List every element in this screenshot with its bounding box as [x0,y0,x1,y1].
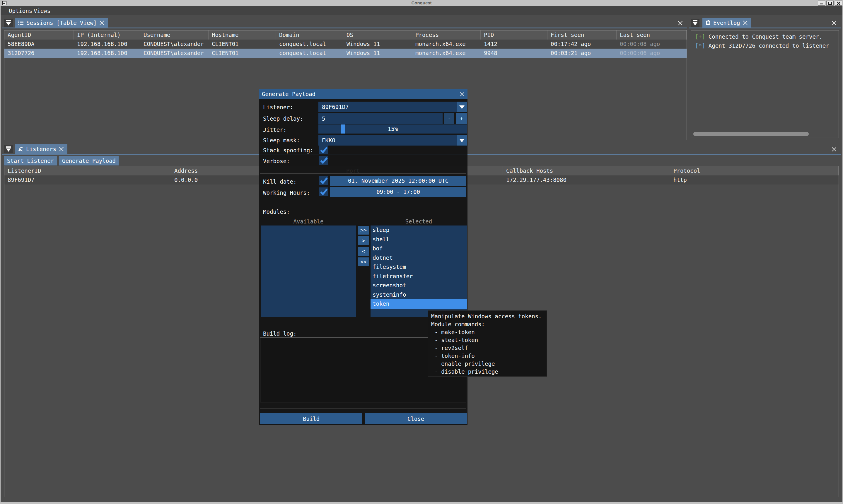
check-icon [319,155,329,166]
dialog-close-icon[interactable] [460,92,465,97]
tab-listeners[interactable]: Listeners [15,144,67,154]
sleep-delay-decrement-button[interactable]: - [444,113,454,124]
selected-modules-list[interactable]: sleepshellbofdotnetfilesystemfiletransfe… [371,226,467,317]
column-header[interactable]: Username [140,31,209,39]
column-header[interactable]: AgentID [4,31,74,39]
window-titlebar[interactable]: Conquest [0,0,843,6]
menu-views[interactable]: Views [33,7,51,14]
sleep-delay-value: 5 [322,115,325,122]
stack-spoofing-checkbox[interactable] [319,146,328,154]
eventlog-collapse-button[interactable] [691,19,699,26]
move-right-button[interactable]: > [358,236,369,245]
tab-listeners-close-icon[interactable] [59,146,64,151]
close-icon [837,1,841,5]
table-row[interactable]: 312D7726192.168.168.100CONQUEST\alexande… [4,49,686,58]
tooltip-line: - disable-privilege [431,368,546,376]
module-item[interactable]: token [371,299,467,309]
listener-combobox[interactable]: 89F691D7 [318,102,467,112]
menu-options[interactable]: Options [8,7,33,14]
tab-eventlog[interactable]: Eventlog [702,18,751,28]
tab-sessions[interactable]: Sessions [Table View] [15,18,108,28]
separator [260,173,466,174]
eventlog-panel: Eventlog [+] Connected to Conquest team … [689,17,841,140]
column-header[interactable]: IP (Internal) [74,31,140,39]
module-item[interactable]: systeminfo [371,290,467,300]
eventlog-line: [+] Connected to Conquest team server. [691,32,839,41]
column-header[interactable]: Hostname [209,31,276,39]
move-left-button[interactable]: < [358,247,369,256]
jitter-slider[interactable]: 15% [318,124,467,133]
sleep-mask-combobox[interactable]: EKKO [318,135,467,146]
verbose-checkbox[interactable] [319,156,328,165]
move-all-left-button[interactable]: << [358,257,369,266]
sessions-tab-underline [2,28,687,29]
chevron-down-icon[interactable] [456,102,467,112]
table-cell: monarch.x64.exe [412,39,481,49]
column-header[interactable]: ListenerID [4,166,171,176]
maximize-button[interactable] [826,1,833,5]
move-all-right-button[interactable]: >> [358,226,369,235]
minimize-button[interactable] [818,1,825,5]
tab-sessions-close-icon[interactable] [99,20,104,25]
table-cell: 312D7726 [4,49,74,58]
column-header[interactable]: Callback Hosts [503,166,670,176]
maximize-icon [828,2,832,5]
listener-value: 89F691D7 [322,104,349,110]
listeners-panel-close-icon[interactable] [831,147,837,152]
module-item[interactable]: dotnet [371,253,467,263]
table-header-row: AgentIDIP (Internal)UsernameHostnameDoma… [4,31,686,39]
table-cell: 9948 [481,49,548,58]
table-list-icon [18,20,24,25]
clipboard-icon [706,20,711,25]
sessions-panel-close-icon[interactable] [678,20,683,25]
kill-date-field[interactable]: 01. November 2025 12:00:00 UTC [330,176,466,186]
working-hours-field[interactable]: 09:00 - 17:00 [330,187,466,197]
eventlog-hscrollbar-thumb[interactable] [693,132,809,136]
chevron-down-icon[interactable] [456,135,467,146]
stack-spoofing-label: Stack spoofing: [263,147,313,154]
eventlog-prefix: [+] [695,33,705,40]
column-header[interactable]: Last seen [616,31,686,39]
column-header[interactable]: PID [481,31,548,39]
table-row[interactable]: 58EE89DA192.168.168.100CONQUEST\alexande… [4,39,686,49]
module-tooltip: Manipulate Windows access tokens.Module … [428,310,547,377]
tooltip-line: Module commands: [431,320,546,328]
kill-date-checkbox[interactable] [319,176,328,185]
sleep-delay-increment-button[interactable]: + [456,113,467,124]
sleep-mask-value: EKKO [322,137,335,144]
eventlog-text: Agent 312D7726 connected to listener [705,42,829,49]
module-item[interactable]: shell [371,235,467,244]
module-item[interactable]: screenshot [371,281,467,290]
column-header[interactable]: First seen [548,31,616,39]
sessions-collapse-button[interactable] [4,19,13,26]
column-header[interactable]: Domain [276,31,343,39]
tab-listeners-label: Listeners [26,146,56,152]
available-modules-list[interactable] [261,226,356,317]
collapse-icon [6,22,11,25]
close-button[interactable] [835,1,842,5]
listeners-collapse-button[interactable] [4,145,13,153]
module-item[interactable]: sleep [371,226,467,235]
module-item[interactable]: filetransfer [371,272,467,281]
tab-eventlog-close-icon[interactable] [743,20,748,25]
sleep-delay-input[interactable]: 5 [318,113,443,124]
eventlog-output[interactable]: [+] Connected to Conquest team server.[*… [691,30,839,138]
table-cell: CLIENT01 [209,49,276,58]
working-hours-checkbox[interactable] [319,187,328,196]
eventlog-panel-close-icon[interactable] [831,20,837,25]
check-icon [319,176,329,186]
module-item[interactable]: bof [371,244,467,253]
dialog-titlebar[interactable]: Generate Payload [259,89,467,99]
column-header[interactable]: Protocol [670,166,839,176]
check-icon [319,145,329,155]
column-header[interactable]: Process [412,31,481,39]
close-dialog-button[interactable]: Close [365,413,467,424]
module-item[interactable]: filesystem [371,263,467,272]
build-button[interactable]: Build [260,413,362,424]
generate-payload-button[interactable]: Generate Payload [59,156,119,165]
column-header[interactable]: OS [343,31,412,39]
start-listener-button[interactable]: Start Listener [4,156,57,165]
window-edge-bottom [0,502,843,504]
table-cell: 00:00:08 ago [616,39,686,49]
table-cell: Windows 11 [343,49,412,58]
